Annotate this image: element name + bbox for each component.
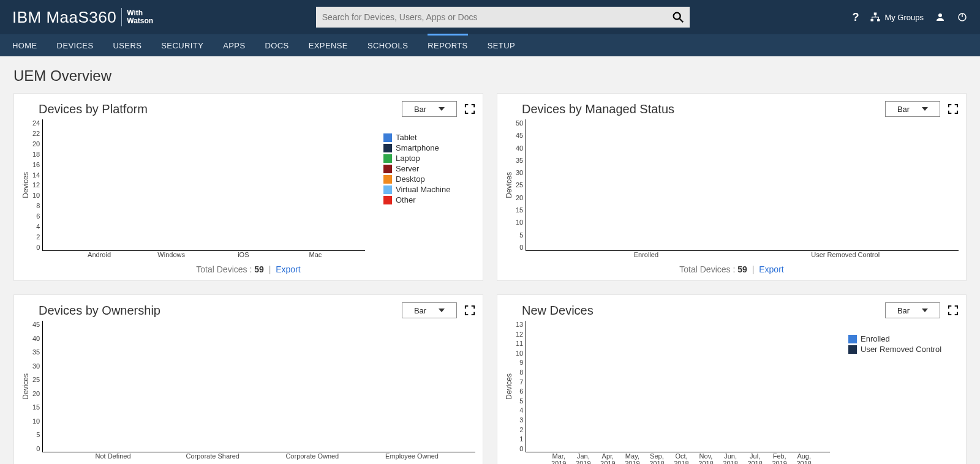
legend-item[interactable]: Desktop [383,174,469,184]
legend-label: Tablet [396,133,417,142]
nav-item-security[interactable]: SECURITY [161,36,203,56]
plot-area [42,321,475,452]
y-axis-ticks: 50454035302520151050 [516,119,526,251]
y-axis-ticks: 242220181614121086420 [32,119,42,251]
x-tick-label: Not Defined [63,452,163,460]
legend-item[interactable]: Other [383,195,469,204]
x-axis-labels: Mar,2019Jan,2019Apr,2019May,2019Sep,2018… [533,452,830,464]
x-tick-label: Mar,2019 [546,452,571,464]
search-wrap [165,7,840,28]
legend-swatch [383,175,392,184]
legend-item[interactable]: Virtual Machine [383,185,469,194]
legend-item[interactable]: Enrolled [848,334,952,343]
legend-label: Enrolled [861,334,890,343]
x-tick-label: Employee Owned [362,452,462,460]
svg-line-1 [680,19,684,23]
y-axis-label: Devices [21,172,30,198]
chart-type-select[interactable]: Bar [885,302,940,318]
x-axis-labels: EnrolledUser Removed Control [533,251,959,258]
search-box[interactable] [316,7,690,28]
chart-managed: Devices 50454035302520151050 [505,119,959,251]
card-new-devices: New Devices Bar Devices 1312111098765432… [497,294,967,464]
nav-item-users[interactable]: USERS [113,36,141,56]
x-tick-label: Mac [279,251,352,258]
x-tick-label: Aug,2018 [792,452,816,464]
svg-point-0 [673,13,680,20]
legend-label: Smartphone [396,143,439,152]
legend-item[interactable]: Server [383,164,469,173]
x-axis-labels: Not DefinedCorporate SharedCorporate Own… [50,452,475,460]
plot-area [526,119,959,251]
svg-rect-3 [871,19,874,21]
y-axis-ticks: 454035302520151050 [32,321,42,452]
my-groups-button[interactable]: My Groups [870,12,924,23]
top-icons: ? My Groups [852,11,968,24]
brand-sub: With Watson [127,9,153,25]
y-axis-label: Devices [505,373,513,400]
x-tick-label: May,2019 [620,452,644,464]
chart-platform: Devices 242220181614121086420 TabletSmar… [21,119,475,251]
nav-item-home[interactable]: HOME [12,36,37,56]
chart-new-devices: Devices 131211109876543210 EnrolledUser … [505,321,959,452]
y-axis-ticks: 131211109876543210 [516,321,526,452]
main-nav: HOMEDEVICESUSERSSECURITYAPPSDOCSEXPENSES… [0,34,980,56]
card-title: Devices by Managed Status [505,102,885,116]
expand-icon[interactable] [948,305,959,316]
chart-type-select[interactable]: Bar [402,101,457,117]
card-title: Devices by Platform [21,102,402,116]
x-tick-label: Corporate Shared [163,452,263,460]
page: UEM Overview Devices by Platform Bar Dev… [0,56,980,464]
x-tick-label: Jun,2018 [718,452,743,464]
legend-item[interactable]: Laptop [383,154,469,163]
plot-area [526,321,830,452]
nav-item-devices[interactable]: DEVICES [57,36,94,56]
card-footer: Total Devices : 59 | Export [21,258,475,277]
user-icon[interactable] [935,12,946,23]
legend-item[interactable]: Tablet [383,133,469,142]
y-axis-label: Devices [505,172,513,198]
card-footer: Total Devices : 59 | Export [505,258,959,277]
x-tick-label: User Removed Control [746,251,945,258]
card-devices-by-platform: Devices by Platform Bar Devices 24222018… [13,93,483,281]
topbar: IBM MaaS360 With Watson ? My Groups [0,0,980,34]
x-tick-label: iOS [208,251,280,258]
help-icon[interactable]: ? [852,11,859,24]
legend-item[interactable]: Smartphone [383,143,469,152]
chart-ownership: Devices 454035302520151050 [21,321,475,452]
search-input[interactable] [321,12,671,23]
x-tick-label: Sep,2018 [644,452,669,464]
power-icon[interactable] [957,12,968,23]
chevron-down-icon [922,107,928,111]
legend-swatch [383,185,392,194]
chevron-down-icon [439,309,445,312]
legend-label: Virtual Machine [396,185,450,194]
nav-item-schools[interactable]: SCHOOLS [368,36,408,56]
nav-item-apps[interactable]: APPS [223,36,245,56]
card-title: Devices by Ownership [21,304,402,318]
chart-type-select[interactable]: Bar [402,302,457,318]
legend-swatch [383,165,392,173]
search-icon[interactable] [671,10,685,24]
brand-main: IBM MaaS360 [12,8,116,27]
expand-icon[interactable] [464,103,475,114]
expand-icon[interactable] [948,103,959,114]
x-tick-label: Corporate Owned [263,452,363,460]
legend-swatch [383,196,392,204]
x-tick-label: Jan,2019 [571,452,595,464]
chevron-down-icon [439,107,445,111]
nav-item-setup[interactable]: SETUP [488,36,515,56]
nav-item-docs[interactable]: DOCS [265,36,289,56]
svg-rect-4 [877,19,880,21]
my-groups-label: My Groups [884,13,924,22]
expand-icon[interactable] [464,305,475,316]
card-title: New Devices [505,304,885,318]
nav-item-reports[interactable]: REPORTS [428,34,467,56]
svg-point-5 [938,13,942,17]
export-link[interactable]: Export [276,264,300,274]
chart-type-select[interactable]: Bar [885,101,940,117]
brand: IBM MaaS360 With Watson [12,8,153,27]
legend-item[interactable]: User Removed Control [848,345,952,354]
export-link[interactable]: Export [759,264,783,274]
nav-item-expense[interactable]: EXPENSE [309,36,348,56]
brand-separator [121,8,122,26]
